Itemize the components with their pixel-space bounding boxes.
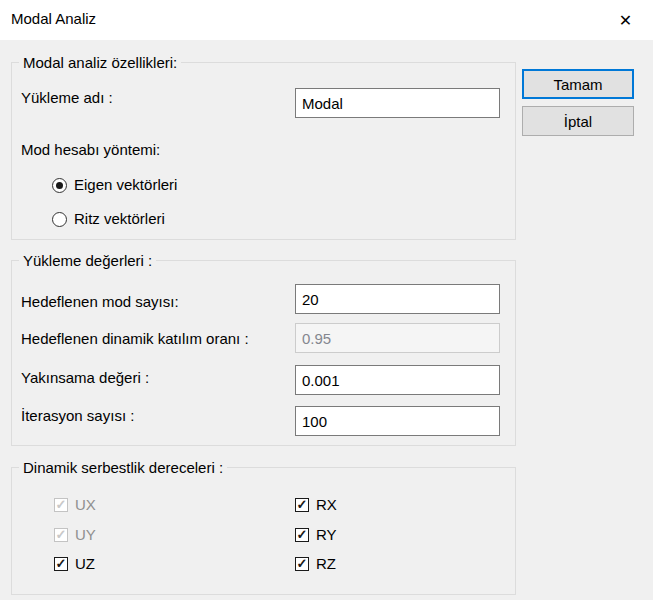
groupbox-modal-properties-legend: Modal analiz özellikleri: [19,53,181,72]
convergence-value-label: Yakınsama değeri : [21,369,149,387]
checkbox-uy-label: UY [75,526,96,544]
ok-button[interactable]: Tamam [522,69,634,99]
checkbox-uy: ✓ UY [54,526,96,544]
check-icon: ✓ [297,528,308,541]
checkbox-rz-label: RZ [316,555,336,573]
method-label: Mod hesabı yöntemi: [21,141,160,159]
convergence-value-input[interactable] [295,365,500,395]
checkbox-checked-icon: ✓ [54,557,68,571]
checkbox-ry[interactable]: ✓ RY [295,526,337,544]
radio-eigen-label: Eigen vektörleri [74,176,177,194]
target-mode-count-input[interactable] [295,284,500,314]
checkbox-checked-icon: ✓ [54,498,68,512]
checkbox-ux: ✓ UX [54,496,96,514]
checkbox-rx[interactable]: ✓ RX [295,496,337,514]
titlebar: Modal Analiz ✕ [0,0,653,40]
iteration-count-input[interactable] [295,406,500,436]
dynamic-participation-input [295,323,500,353]
checkbox-checked-icon: ✓ [295,498,309,512]
checkbox-checked-icon: ✓ [54,528,68,542]
checkbox-checked-icon: ✓ [295,528,309,542]
check-icon: ✓ [56,528,67,541]
groupbox-load-values-legend: Yükleme değerleri : [19,251,156,270]
radio-unselected-icon [52,212,67,227]
dynamic-participation-label: Hedeflenen dinamik katılım oranı : [21,330,249,348]
target-mode-count-label: Hedeflenen mod sayısı: [21,293,179,311]
check-icon: ✓ [297,557,308,570]
load-name-label: Yükleme adı : [21,89,113,107]
checkbox-uz[interactable]: ✓ UZ [54,555,95,573]
check-icon: ✓ [297,498,308,511]
check-icon: ✓ [56,557,67,570]
checkbox-rx-label: RX [316,496,337,514]
checkbox-uz-label: UZ [75,555,95,573]
checkbox-ry-label: RY [316,526,337,544]
checkbox-ux-label: UX [75,496,96,514]
checkbox-rz[interactable]: ✓ RZ [295,555,336,573]
radio-selected-icon [52,178,67,193]
cancel-button-label: İptal [564,113,592,130]
close-button[interactable]: ✕ [603,0,648,40]
ok-button-label: Tamam [553,76,602,93]
radio-eigen-vectors[interactable]: Eigen vektörleri [52,176,177,194]
window-title: Modal Analiz [11,10,96,27]
check-icon: ✓ [56,498,67,511]
iteration-count-label: İterasyon sayısı : [21,407,134,425]
radio-ritz-vectors[interactable]: Ritz vektörleri [52,210,165,228]
checkbox-checked-icon: ✓ [295,557,309,571]
radio-ritz-label: Ritz vektörleri [74,210,165,228]
close-icon: ✕ [619,11,632,30]
load-name-input[interactable] [295,88,500,118]
groupbox-dynamic-dof-legend: Dinamik serbestlik dereceleri : [19,458,227,477]
cancel-button[interactable]: İptal [522,106,634,136]
